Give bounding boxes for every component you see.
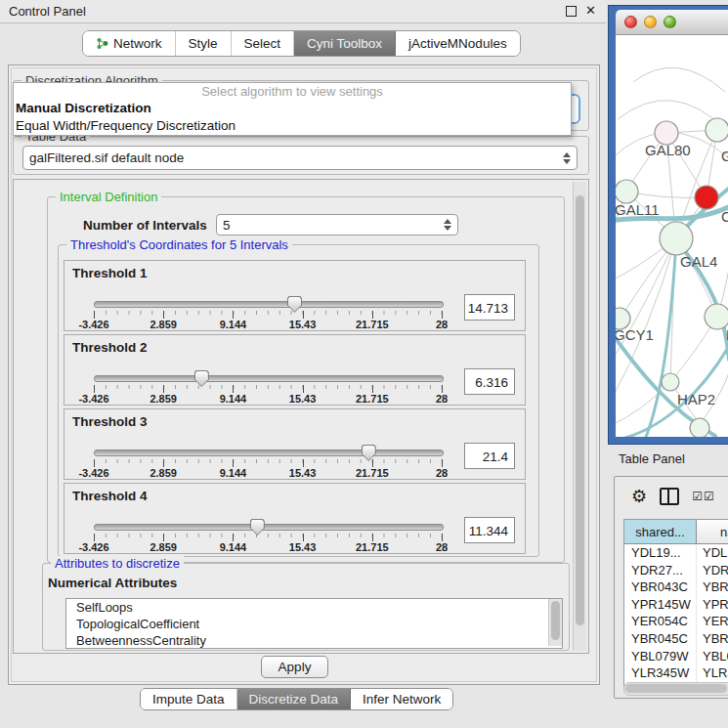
threshold-1-box: Threshold 1 -3.4262.8599.14415.4321.7152… [64,260,526,331]
bottom-tabbar: Impute Data Discretize Data Infer Networ… [140,688,453,710]
tab-jactivemnodules[interactable]: jActiveMNodules [396,31,520,56]
number-of-intervals-combobox[interactable]: 5 [216,214,458,236]
label-g: G. [721,148,728,164]
settings-scroll-panel: Interval Definition Number of Intervals … [13,179,589,654]
table-panel-title: Table Panel [619,451,685,466]
table-row[interactable]: YBR043CYBR0 [624,578,728,596]
thresholds-group: Threshold's Coordinates for 5 Intervals … [58,244,539,557]
close-icon[interactable]: ✕ [585,5,596,17]
node-gal4[interactable] [660,222,693,255]
table-row[interactable]: YBL079WYBL0 [624,648,728,665]
list-item-selfloops[interactable]: SelfLoops [66,599,562,616]
node-h[interactable] [705,304,728,329]
tab-network[interactable]: Network [83,31,176,56]
tab-select-label: Select [244,36,281,51]
node-top-right[interactable] [706,118,728,142]
table-row[interactable]: YDR27...YDR2 [624,562,728,579]
tab-style[interactable]: Style [176,31,232,56]
threshold-1-label: Threshold 1 [72,266,148,280]
thresholds-group-title: Threshold's Coordinates for 5 Intervals [66,237,292,252]
settings-gear-icon[interactable]: ⚙ [631,488,647,505]
zoom-traffic-light[interactable] [664,16,676,28]
network-canvas[interactable]: GAL80 G. GAL11 GAL4 C GCY1 H HAP2 [616,35,728,437]
threshold-1-value-field[interactable]: 14.713 [464,294,515,321]
interval-definition-title: Interval Definition [56,190,161,204]
node-selected-red[interactable] [695,186,718,209]
column-layout-icon[interactable] [660,488,679,505]
threshold-2-ticks [94,385,442,393]
network-view-window: GAL80 G. GAL11 GAL4 C GCY1 H HAP2 [608,5,728,445]
threshold-3-box: Threshold 3 -3.4262.8599.14415.4321.7152… [64,408,526,480]
tab-impute-data[interactable]: Impute Data [141,689,237,709]
label-hap2: HAP2 [677,391,715,407]
table-row[interactable]: YPR145WYPR1 [624,596,728,614]
threshold-2-slider[interactable] [94,375,444,382]
select-columns-icons[interactable]: ☑☑ [692,490,715,503]
label-c: C [721,208,728,225]
threshold-2-label: Threshold 2 [72,340,148,355]
list-item-betweennesscentrality[interactable]: BetweennessCentrality [66,632,562,649]
number-of-intervals-value: 5 [223,218,231,233]
threshold-3-label: Threshold 3 [72,414,148,429]
tab-discretize-data[interactable]: Discretize Data [237,689,352,709]
table-panel-window: ⚙ ☑☑ shared... na YDL19...YDL1 YDR27...Y… [614,476,728,699]
table-panel-titlebar: Table Panel [608,445,728,472]
scrollbar-thumb[interactable] [576,195,584,625]
label-gal11: GAL11 [616,201,660,218]
threshold-4-axis: -3.4262.8599.14415.4321.71528 [94,541,442,553]
table-data-selected-value: galFiltered.sif default node [29,150,184,165]
table-row[interactable]: YER054CYER0 [624,613,728,630]
threshold-3-slider[interactable] [94,450,444,456]
attributes-list-scrollbar[interactable] [548,599,562,646]
column-header-shared-name[interactable]: shared... [624,520,697,544]
scrollbar-thumb[interactable] [551,601,560,640]
minimize-traffic-light[interactable] [644,16,657,28]
network-window-titlebar[interactable] [616,10,728,35]
tab-jactivemnodules-label: jActiveMNodules [408,36,507,51]
table-row[interactable]: YBR045CYBR0 [624,630,728,648]
node-gal11[interactable] [616,180,638,203]
label-gal4: GAL4 [680,253,717,270]
combo-arrows-icon [563,152,571,164]
float-window-icon[interactable] [566,6,577,17]
settings-vertical-scrollbar[interactable] [573,182,586,651]
threshold-4-ticks [94,534,442,541]
threshold-2-value-field[interactable]: 6.316 [464,368,515,395]
label-gcy1: GCY1 [616,326,654,343]
attributes-group-title: Attributes to discretize [51,556,184,571]
tab-select[interactable]: Select [232,31,295,56]
tab-infer-network-label: Infer Network [363,692,441,707]
threshold-3-axis: -3.4262.8599.14415.4321.71528 [94,467,442,479]
apply-button[interactable]: Apply [261,656,328,678]
table-row[interactable]: YLR345WYLR3 [624,664,728,682]
threshold-4-value-field[interactable]: 11.344 [464,517,515,543]
tab-cyni-toolbox[interactable]: Cyni Toolbox [294,31,396,56]
threshold-1-slider[interactable] [94,301,444,308]
table-horizontal-scrollbar[interactable] [623,682,728,696]
dropdown-option-manual[interactable]: Manual Discretization [14,100,571,117]
threshold-2-box: Threshold 2 -3.4262.8599.14415.4321.7152… [64,334,526,406]
scrollbar-thumb[interactable] [625,684,727,693]
threshold-3-ticks [94,459,442,467]
table-row[interactable]: YDL19...YDL1 [624,544,728,562]
dropdown-option-equal-width[interactable]: Equal Width/Frequency Discretization [14,117,571,135]
column-header-name[interactable]: na [697,520,728,544]
node-table: shared... na YDL19...YDL1 YDR27...YDR2 Y… [623,519,728,692]
threshold-4-box: Threshold 4 -3.4262.8599.14415.4321.7152… [64,483,526,554]
tab-infer-network[interactable]: Infer Network [351,689,452,709]
table-data-group: Table Data galFiltered.sif default node [13,136,589,175]
network-graph: GAL80 G. GAL11 GAL4 C GCY1 H HAP2 [616,35,728,437]
algorithm-dropdown-popup: Select algorithm to view settings Manual… [13,82,572,136]
table-panel-toolbar: ⚙ ☑☑ [615,477,728,516]
threshold-4-slider[interactable] [94,524,444,531]
label-gal80: GAL80 [645,142,691,158]
tab-network-label: Network [113,36,162,51]
threshold-1-axis: -3.4262.8599.14415.4321.71528 [94,319,442,330]
node-hap2[interactable] [662,373,679,391]
close-traffic-light[interactable] [624,16,637,28]
threshold-3-value-field[interactable]: 21.4 [464,443,515,469]
node-bottom-partial[interactable] [690,418,709,437]
list-item-topologicalcoefficient[interactable]: TopologicalCoefficient [66,616,562,632]
table-data-combobox[interactable]: galFiltered.sif default node [22,146,578,170]
number-of-intervals-label: Number of Intervals [83,218,207,233]
